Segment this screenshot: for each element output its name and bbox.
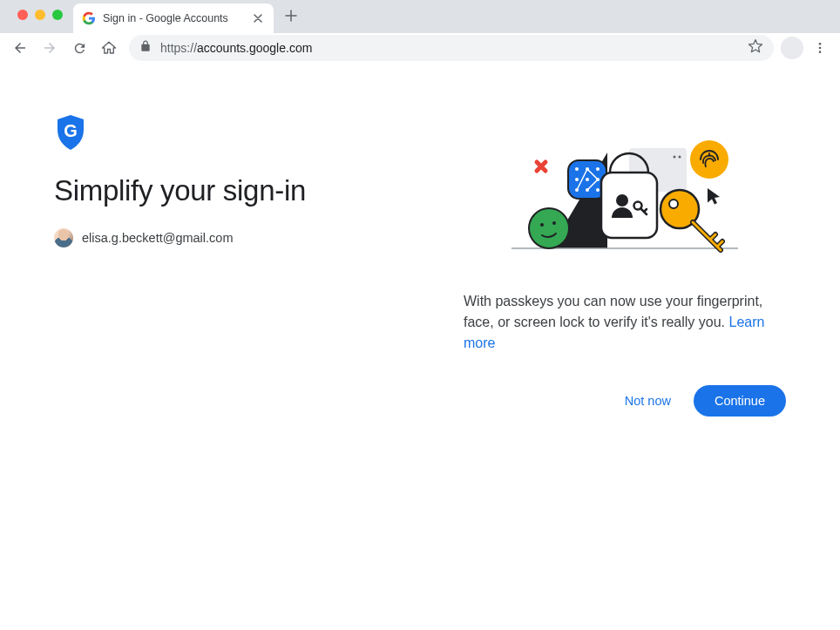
- description-text: With passkeys you can now use your finge…: [464, 291, 786, 354]
- back-button[interactable]: [7, 35, 33, 61]
- svg-point-12: [575, 167, 579, 171]
- svg-point-9: [540, 223, 544, 227]
- user-avatar: [54, 228, 73, 247]
- svg-point-10: [552, 221, 556, 225]
- svg-point-25: [669, 200, 678, 208]
- browser-toolbar: https://accounts.google.com: [0, 33, 840, 63]
- google-shield-icon: G: [54, 113, 446, 155]
- svg-point-5: [674, 156, 676, 159]
- svg-point-14: [596, 167, 600, 171]
- continue-button[interactable]: Continue: [694, 385, 786, 417]
- lock-icon: [139, 40, 152, 56]
- action-button-row: Not now Continue: [464, 385, 786, 417]
- browser-chrome: Sign in - Google Accounts https://a: [0, 0, 840, 63]
- svg-point-16: [586, 178, 589, 181]
- home-button[interactable]: [96, 35, 122, 61]
- svg-point-2: [819, 51, 822, 53]
- svg-point-26: [690, 140, 728, 179]
- browser-menu-button[interactable]: [807, 35, 833, 61]
- close-tab-button[interactable]: [251, 11, 265, 25]
- forward-button[interactable]: [37, 35, 63, 61]
- page-content: G Simplify your sign‑in elisa.g.beckett@…: [0, 63, 840, 417]
- svg-point-6: [679, 156, 681, 159]
- svg-point-8: [529, 208, 569, 248]
- svg-point-1: [819, 47, 822, 50]
- left-column: G Simplify your sign‑in elisa.g.beckett@…: [54, 105, 446, 417]
- svg-point-20: [596, 188, 600, 192]
- url-scheme: https://: [160, 41, 197, 55]
- new-tab-button[interactable]: [279, 3, 303, 28]
- profile-avatar-button[interactable]: [781, 37, 803, 59]
- svg-point-22: [616, 194, 628, 207]
- google-favicon: [82, 11, 96, 25]
- bookmark-icon[interactable]: [748, 38, 763, 58]
- window-controls: [7, 10, 73, 20]
- page-title: Simplify your sign‑in: [54, 174, 446, 207]
- svg-rect-21: [601, 173, 657, 238]
- svg-point-15: [575, 178, 579, 181]
- address-bar[interactable]: https://accounts.google.com: [129, 35, 774, 61]
- minimize-window-button[interactable]: [35, 10, 45, 20]
- account-chip[interactable]: elisa.g.beckett@gmail.com: [54, 228, 446, 247]
- user-email: elisa.g.beckett@gmail.com: [82, 231, 233, 245]
- svg-text:G: G: [64, 121, 78, 140]
- description-body: With passkeys you can now use your finge…: [464, 294, 762, 329]
- close-window-button[interactable]: [17, 10, 28, 20]
- right-column: With passkeys you can now use your finge…: [464, 105, 786, 417]
- svg-point-0: [819, 43, 822, 45]
- browser-tab[interactable]: Sign in - Google Accounts: [73, 3, 274, 33]
- tab-strip: Sign in - Google Accounts: [0, 0, 840, 33]
- maximize-window-button[interactable]: [52, 10, 63, 20]
- passkey-illustration: [507, 131, 742, 270]
- reload-button[interactable]: [66, 35, 92, 61]
- url-host: accounts.google.com: [197, 41, 312, 55]
- tab-title: Sign in - Google Accounts: [103, 12, 244, 24]
- not-now-button[interactable]: Not now: [609, 385, 687, 417]
- url-text: https://accounts.google.com: [160, 41, 312, 55]
